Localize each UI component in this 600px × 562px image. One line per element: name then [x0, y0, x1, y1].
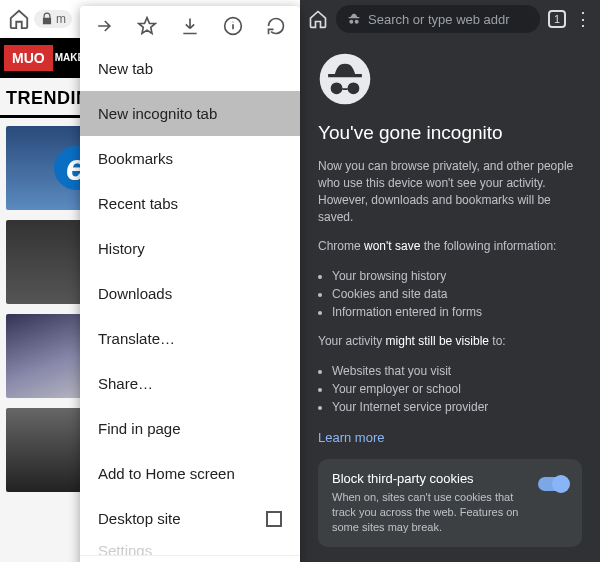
- visible-heading: Your activity might still be visible to:: [318, 333, 582, 350]
- reload-icon[interactable]: [266, 16, 286, 36]
- menu-item-share[interactable]: Share…: [80, 361, 300, 406]
- data-saver-row[interactable]: 304 MB saved since 29 Oct: [80, 555, 300, 562]
- menu-item-new-tab[interactable]: New tab: [80, 46, 300, 91]
- list-item: Your Internet service provider: [332, 398, 582, 416]
- menu-item-desktop-site[interactable]: Desktop site: [80, 496, 300, 541]
- incognito-hero-icon: [318, 52, 372, 106]
- menu-item-new-incognito-tab[interactable]: New incognito tab: [80, 91, 300, 136]
- overflow-menu: New tab New incognito tab Bookmarks Rece…: [80, 6, 300, 562]
- menu-label: Settings: [98, 542, 152, 556]
- cookie-desc: When on, sites can't use cookies that tr…: [332, 490, 528, 535]
- menu-item-downloads[interactable]: Downloads: [80, 271, 300, 316]
- menu-item-add-to-home[interactable]: Add to Home screen: [80, 451, 300, 496]
- home-icon[interactable]: [8, 8, 30, 30]
- menu-item-find-in-page[interactable]: Find in page: [80, 406, 300, 451]
- info-icon[interactable]: [223, 16, 243, 36]
- incognito-screenshot: Search or type web addr 1 ⋮ You've gone …: [300, 0, 600, 562]
- menu-label: New tab: [98, 60, 153, 77]
- tab-switcher[interactable]: 1: [548, 10, 566, 28]
- incognito-title: You've gone incognito: [318, 122, 582, 144]
- forward-icon[interactable]: [94, 16, 114, 36]
- menu-label: New incognito tab: [98, 105, 217, 122]
- incognito-body: You've gone incognito Now you can browse…: [300, 38, 600, 547]
- search-placeholder: Search or type web addr: [368, 12, 510, 27]
- visible-list: Websites that you visit Your employer or…: [318, 362, 582, 416]
- menu-label: Downloads: [98, 285, 172, 302]
- menu-label: Recent tabs: [98, 195, 178, 212]
- bookmark-star-icon[interactable]: [137, 16, 157, 36]
- incognito-icon: [346, 11, 362, 27]
- list-item: Your browsing history: [332, 267, 582, 285]
- desktop-site-checkbox[interactable]: [266, 511, 282, 527]
- svg-point-2: [320, 54, 371, 105]
- incognito-toolbar: Search or type web addr 1 ⋮: [300, 0, 600, 38]
- url-text: m: [56, 12, 66, 26]
- search-bar[interactable]: Search or type web addr: [336, 5, 540, 33]
- block-cookies-card: Block third-party cookies When on, sites…: [318, 459, 582, 547]
- home-icon[interactable]: [308, 9, 328, 29]
- cookie-title: Block third-party cookies: [332, 471, 528, 486]
- cookie-text: Block third-party cookies When on, sites…: [332, 471, 528, 535]
- list-item: Cookies and site data: [332, 285, 582, 303]
- menu-label: History: [98, 240, 145, 257]
- menu-label: Desktop site: [98, 510, 181, 527]
- site-logo: MUO: [4, 45, 53, 71]
- address-bar[interactable]: m: [34, 10, 72, 28]
- list-item: Information entered in forms: [332, 303, 582, 321]
- menu-label: Bookmarks: [98, 150, 173, 167]
- more-menu-icon[interactable]: ⋮: [574, 8, 592, 30]
- download-icon[interactable]: [180, 16, 200, 36]
- list-item: Your employer or school: [332, 380, 582, 398]
- block-cookies-toggle[interactable]: [538, 477, 568, 491]
- menu-item-recent-tabs[interactable]: Recent tabs: [80, 181, 300, 226]
- menu-icon-row: [80, 6, 300, 46]
- wont-save-list: Your browsing history Cookies and site d…: [318, 267, 582, 321]
- list-item: Websites that you visit: [332, 362, 582, 380]
- learn-more-link[interactable]: Learn more: [318, 430, 384, 445]
- incognito-intro: Now you can browse privately, and other …: [318, 158, 582, 226]
- menu-item-settings-cut[interactable]: Settings: [80, 541, 300, 555]
- menu-item-history[interactable]: History: [80, 226, 300, 271]
- wont-save-heading: Chrome won't save the following informat…: [318, 238, 582, 255]
- menu-label: Find in page: [98, 420, 181, 437]
- menu-item-translate[interactable]: Translate…: [80, 316, 300, 361]
- tab-count-value: 1: [554, 13, 560, 25]
- lock-icon: [40, 12, 54, 26]
- menu-label: Add to Home screen: [98, 465, 235, 482]
- menu-label: Translate…: [98, 330, 175, 347]
- menu-item-bookmarks[interactable]: Bookmarks: [80, 136, 300, 181]
- menu-label: Share…: [98, 375, 153, 392]
- chrome-normal-screenshot: m MUO MAKE USE OF TRENDIN New tab New in…: [0, 0, 300, 562]
